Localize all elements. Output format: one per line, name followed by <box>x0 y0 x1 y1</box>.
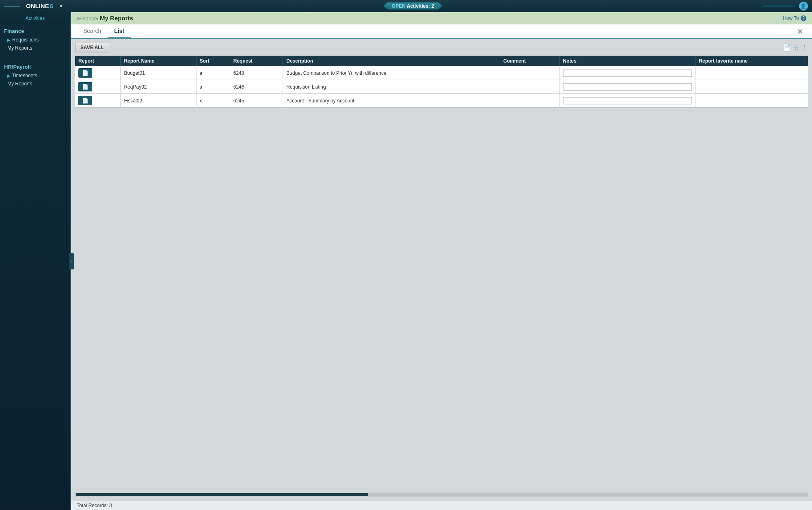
sidebar-divider <box>0 57 70 57</box>
sidebar-category-finance[interactable]: Finance <box>0 26 70 36</box>
col-header-description: Description <box>283 56 500 66</box>
sidebar-item-timesheets[interactable]: ▶ Timesheets <box>0 72 70 80</box>
logo-six: 6 <box>50 2 53 9</box>
doc-icon-3: 📄 <box>82 98 89 104</box>
report-cell-1: 📄 <box>75 66 121 80</box>
sidebar-item-my-reports-finance[interactable]: My Reports <box>0 44 70 52</box>
document-toolbar-icon[interactable]: 📄 <box>783 44 791 52</box>
main-layout: Activities Finance ▶ Requisitions My Rep… <box>0 12 812 510</box>
sidebar-item-label-my-reports-hr: My Reports <box>7 81 32 87</box>
breadcrumb-path: /Finance/ <box>77 15 98 22</box>
activities-count: Activities: 2 <box>407 3 434 9</box>
horizontal-scrollbar[interactable] <box>75 493 808 497</box>
request-cell-2: 6246 <box>230 80 283 94</box>
report-name-cell-1: Budget01 <box>121 66 196 80</box>
table-header-row: Report Report Name Sort Request Descript… <box>75 56 808 66</box>
sidebar-collapse-button[interactable]: ‹ <box>69 253 74 269</box>
doc-icon-1: 📄 <box>82 70 89 76</box>
toolbar-icons: 📄 ☆ ⋮ <box>783 44 808 52</box>
top-bar-dropdown[interactable]: ▼ <box>59 4 63 9</box>
help-icon: ? <box>801 15 806 21</box>
sidebar-item-my-reports-hr[interactable]: My Reports <box>0 80 70 88</box>
sidebar-activities-label: Activities <box>0 12 70 23</box>
notes-cell-2 <box>559 80 695 94</box>
favorite-name-cell-1 <box>695 66 808 80</box>
col-header-notes: Notes <box>559 56 695 66</box>
report-button-2[interactable]: 📄 <box>78 82 92 91</box>
how-to-button[interactable]: How To ? <box>783 15 806 21</box>
scroll-thumb[interactable] <box>76 493 368 496</box>
sidebar-item-requisitions[interactable]: ▶ Requisitions <box>0 36 70 44</box>
progress-bar <box>762 5 795 7</box>
breadcrumb: /Finance/ My Reports <box>77 15 133 22</box>
arrow-icon-requisitions: ▶ <box>7 38 11 42</box>
close-button[interactable]: ✕ <box>794 26 806 38</box>
report-cell-3: 📄 <box>75 94 121 108</box>
col-header-report: Report <box>75 56 121 66</box>
user-icon[interactable]: 👤 <box>799 2 808 11</box>
breadcrumb-current: My Reports <box>100 15 133 22</box>
top-bar: ONLINE 6 ▼ OPEN Activities: 2 👤 <box>0 0 812 12</box>
top-bar-left: ONLINE 6 ▼ <box>4 2 63 9</box>
sidebar-section-hr: HR/Payroll ▶ Timesheets My Reports <box>0 59 70 91</box>
description-cell-1: Budget Comparison to Prior Yr, with diff… <box>283 66 500 80</box>
doc-icon-2: 📄 <box>82 84 89 90</box>
sidebar-item-label-requisitions: Requisitions <box>12 37 39 43</box>
notes-cell-3 <box>559 94 695 108</box>
col-header-comment: Comment <box>500 56 559 66</box>
inner-content: SAVE ALL 📄 ☆ ⋮ Report Report Name Sort R <box>71 39 812 501</box>
activities-badge: OPEN Activities: 2 <box>384 2 442 10</box>
favorite-name-cell-3 <box>695 94 808 108</box>
sidebar-item-label-timesheets: Timesheets <box>12 73 37 78</box>
table-container: Report Report Name Sort Request Descript… <box>75 56 808 493</box>
col-header-sort: Sort <box>196 56 230 66</box>
tabs-left: Search List <box>77 24 131 38</box>
footer-bar: Total Records: 3 <box>71 501 812 510</box>
columns-toolbar-icon[interactable]: ⋮ <box>801 44 808 52</box>
arrow-icon-timesheets: ▶ <box>7 74 11 78</box>
sort-cell-3: x <box>196 94 230 108</box>
report-name-cell-3: Fiscal02 <box>121 94 196 108</box>
top-bar-right: 👤 <box>762 2 808 11</box>
tab-search[interactable]: Search <box>77 24 108 39</box>
sidebar-section-finance: Finance ▶ Requisitions My Reports <box>0 23 70 55</box>
notes-cell-1 <box>559 66 695 80</box>
sort-cell-1: a <box>196 66 230 80</box>
report-button-1[interactable]: 📄 <box>78 68 92 78</box>
save-all-button[interactable]: SAVE ALL <box>75 43 109 52</box>
total-records-label: Total Records: 3 <box>77 503 112 508</box>
logo-line-left <box>4 6 20 7</box>
tabs-bar: Search List ✕ <box>71 24 812 39</box>
sidebar-item-label-my-reports-finance: My Reports <box>7 45 32 51</box>
reports-table: Report Report Name Sort Request Descript… <box>75 56 808 108</box>
description-cell-3: Account - Summary by Account <box>283 94 500 108</box>
table-row: 📄 Budget01 a 6248 Budget Comparison to P… <box>75 66 808 80</box>
request-cell-3: 6245 <box>230 94 283 108</box>
table-row: 📄 Fiscal02 x 6245 Account - Summary by A… <box>75 94 808 108</box>
favorite-name-cell-2 <box>695 80 808 94</box>
comment-cell-2 <box>500 80 559 94</box>
col-header-request: Request <box>230 56 283 66</box>
content-area: /Finance/ My Reports How To ? Search Lis… <box>71 12 812 510</box>
sort-cell-2: a <box>196 80 230 94</box>
table-row: 📄 ReqPay02 a 6246 Requisition Listing <box>75 80 808 94</box>
report-name-cell-2: ReqPay02 <box>121 80 196 94</box>
toolbar: SAVE ALL 📄 ☆ ⋮ <box>75 43 808 52</box>
star-toolbar-icon[interactable]: ☆ <box>793 44 799 52</box>
sidebar-category-hr[interactable]: HR/Payroll <box>0 62 70 72</box>
notes-input-2[interactable] <box>563 83 692 91</box>
col-header-favorite-name: Report favorite name <box>695 56 808 66</box>
notes-input-3[interactable] <box>563 97 692 104</box>
how-to-label: How To <box>783 15 799 21</box>
tab-list[interactable]: List <box>108 24 131 39</box>
notes-input-1[interactable] <box>563 69 692 77</box>
breadcrumb-bar: /Finance/ My Reports How To ? <box>71 12 812 24</box>
logo-area: ONLINE 6 <box>24 2 56 9</box>
comment-cell-3 <box>500 94 559 108</box>
col-header-report-name: Report Name <box>121 56 196 66</box>
open-label: OPEN <box>392 3 407 9</box>
description-cell-2: Requisition Listing <box>283 80 500 94</box>
report-button-3[interactable]: 📄 <box>78 96 92 105</box>
logo-online: ONLINE <box>26 2 49 9</box>
report-cell-2: 📄 <box>75 80 121 94</box>
